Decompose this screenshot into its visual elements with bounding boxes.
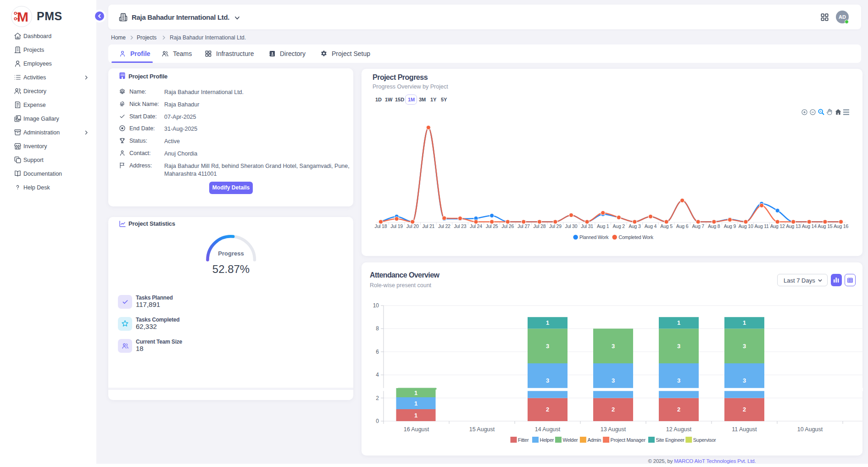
svg-text:1: 1 bbox=[677, 319, 680, 326]
svg-text:6: 6 bbox=[376, 349, 379, 355]
svg-text:3: 3 bbox=[743, 343, 746, 350]
svg-text:3: 3 bbox=[546, 377, 549, 384]
svg-text:Fitter: Fitter bbox=[518, 437, 529, 443]
svg-text:8: 8 bbox=[376, 325, 379, 332]
svg-text:1: 1 bbox=[743, 319, 746, 326]
svg-text:3: 3 bbox=[677, 343, 680, 350]
svg-text:3: 3 bbox=[612, 343, 615, 350]
svg-text:1: 1 bbox=[414, 412, 417, 419]
svg-text:Project Manager: Project Manager bbox=[611, 437, 646, 443]
svg-text:Supervisor: Supervisor bbox=[693, 437, 716, 443]
svg-text:12 August: 12 August bbox=[666, 426, 692, 433]
svg-text:Welder: Welder bbox=[563, 437, 578, 443]
svg-text:0: 0 bbox=[376, 418, 379, 424]
svg-text:4: 4 bbox=[376, 372, 379, 378]
svg-text:3: 3 bbox=[612, 377, 615, 384]
svg-text:3: 3 bbox=[743, 377, 746, 384]
svg-text:1: 1 bbox=[546, 319, 549, 326]
svg-text:13 August: 13 August bbox=[601, 426, 626, 433]
svg-text:2: 2 bbox=[743, 406, 746, 413]
svg-text:2: 2 bbox=[376, 395, 379, 401]
svg-text:3: 3 bbox=[677, 377, 680, 384]
svg-text:16 August: 16 August bbox=[404, 426, 429, 433]
svg-text:2: 2 bbox=[546, 406, 549, 413]
svg-text:10 August: 10 August bbox=[797, 426, 823, 433]
svg-text:Admin: Admin bbox=[587, 437, 601, 443]
svg-text:1: 1 bbox=[414, 400, 417, 407]
svg-text:10: 10 bbox=[373, 302, 379, 309]
svg-text:11 August: 11 August bbox=[732, 426, 757, 433]
svg-text:1: 1 bbox=[414, 389, 417, 396]
svg-text:2: 2 bbox=[677, 406, 680, 413]
svg-text:14 August: 14 August bbox=[535, 426, 561, 433]
svg-text:2: 2 bbox=[612, 406, 615, 413]
svg-text:Helper: Helper bbox=[540, 437, 554, 443]
svg-text:3: 3 bbox=[546, 343, 549, 350]
svg-text:15 August: 15 August bbox=[469, 426, 495, 433]
svg-text:Site Engineer: Site Engineer bbox=[656, 437, 685, 443]
